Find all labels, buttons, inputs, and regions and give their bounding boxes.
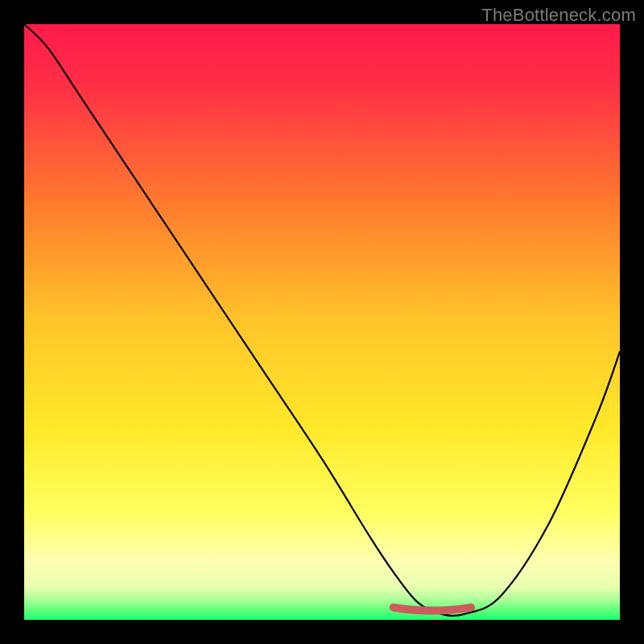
plot-area (24, 24, 620, 620)
gradient-background (24, 24, 620, 620)
chart-stage: TheBottleneck.com (0, 0, 644, 644)
chart-svg (24, 24, 620, 620)
watermark-text: TheBottleneck.com (481, 5, 636, 26)
sweet-spot-marker (394, 608, 471, 611)
